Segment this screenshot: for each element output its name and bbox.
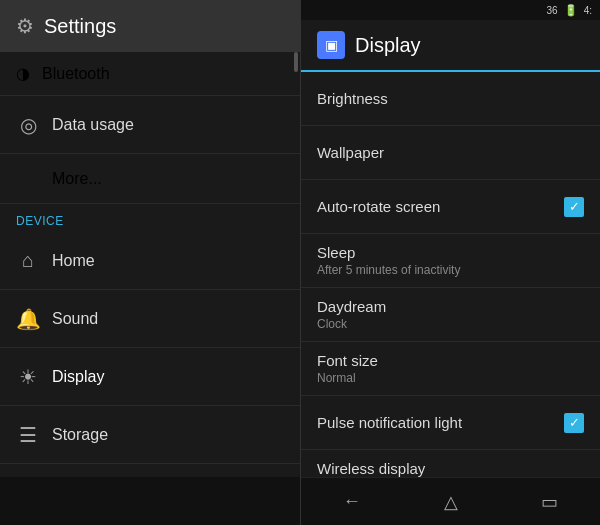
sidebar-item-more-label: More... bbox=[52, 170, 102, 188]
left-header: ⚙ Settings bbox=[0, 0, 300, 52]
storage-icon: ☰ bbox=[16, 423, 40, 447]
status-signal: 36 bbox=[547, 5, 558, 16]
display-item-brightness[interactable]: Brightness bbox=[301, 72, 600, 126]
bottom-nav-bar: ← △ ▭ bbox=[301, 477, 600, 525]
nav-recent-button[interactable]: ▭ bbox=[521, 483, 578, 521]
sleep-sub: After 5 minutes of inactivity bbox=[317, 263, 460, 277]
data-usage-icon: ◎ bbox=[16, 113, 40, 137]
sidebar-item-storage[interactable]: ☰ Storage bbox=[0, 406, 300, 464]
sidebar-item-home-label: Home bbox=[52, 252, 95, 270]
sidebar-item-more[interactable]: More... bbox=[0, 154, 300, 204]
display-header-title: Display bbox=[355, 34, 421, 57]
wallpaper-label: Wallpaper bbox=[317, 144, 384, 161]
sidebar-item-battery[interactable]: 🔋 Battery bbox=[0, 464, 300, 477]
sleep-label: Sleep bbox=[317, 244, 460, 261]
display-item-wireless[interactable]: Wireless display Disabled bbox=[301, 450, 600, 477]
auto-rotate-checkbox[interactable]: ✓ bbox=[564, 197, 584, 217]
font-size-sub: Normal bbox=[317, 371, 378, 385]
brightness-label: Brightness bbox=[317, 90, 388, 107]
section-header-device: DEVICE bbox=[0, 204, 300, 232]
settings-list: ◑ Bluetooth ◎ Data usage More... DEVICE … bbox=[0, 52, 300, 477]
sidebar-item-sound-label: Sound bbox=[52, 310, 98, 328]
sidebar-item-display-label: Display bbox=[52, 368, 104, 386]
bluetooth-icon: ◑ bbox=[16, 64, 30, 83]
display-item-font-size[interactable]: Font size Normal bbox=[301, 342, 600, 396]
sidebar-item-bluetooth-label: Bluetooth bbox=[42, 65, 110, 83]
status-time: 4: bbox=[584, 5, 592, 16]
left-bottom-nav bbox=[0, 477, 300, 525]
scrollbar[interactable] bbox=[294, 52, 298, 72]
daydream-label: Daydream bbox=[317, 298, 386, 315]
home-icon: ⌂ bbox=[16, 249, 40, 272]
pulse-checkbox[interactable]: ✓ bbox=[564, 413, 584, 433]
sidebar-item-bluetooth[interactable]: ◑ Bluetooth bbox=[0, 52, 300, 96]
display-item-auto-rotate[interactable]: Auto-rotate screen ✓ bbox=[301, 180, 600, 234]
display-item-wallpaper[interactable]: Wallpaper bbox=[301, 126, 600, 180]
sidebar-item-data-usage-label: Data usage bbox=[52, 116, 134, 134]
display-icon: ☀ bbox=[16, 365, 40, 389]
sidebar-item-storage-label: Storage bbox=[52, 426, 108, 444]
display-item-pulse[interactable]: Pulse notification light ✓ bbox=[301, 396, 600, 450]
sidebar-item-display[interactable]: ☀ Display bbox=[0, 348, 300, 406]
sidebar-item-sound[interactable]: 🔔 Sound bbox=[0, 290, 300, 348]
display-settings-list: Brightness Wallpaper Auto-rotate screen … bbox=[301, 72, 600, 477]
left-panel: ⚙ Settings ◑ Bluetooth ◎ Data usage More… bbox=[0, 0, 300, 525]
gear-icon: ⚙ bbox=[16, 14, 34, 38]
display-item-sleep[interactable]: Sleep After 5 minutes of inactivity bbox=[301, 234, 600, 288]
font-size-label: Font size bbox=[317, 352, 378, 369]
nav-home-button[interactable]: △ bbox=[424, 483, 478, 521]
daydream-sub: Clock bbox=[317, 317, 386, 331]
nav-back-button[interactable]: ← bbox=[323, 483, 381, 520]
display-header: ▣ Display bbox=[301, 20, 600, 72]
display-header-icon: ▣ bbox=[317, 31, 345, 59]
sidebar-item-data-usage[interactable]: ◎ Data usage bbox=[0, 96, 300, 154]
status-battery-icon: 🔋 bbox=[564, 4, 578, 17]
sound-icon: 🔔 bbox=[16, 307, 40, 331]
sidebar-item-home[interactable]: ⌂ Home bbox=[0, 232, 300, 290]
display-item-daydream[interactable]: Daydream Clock bbox=[301, 288, 600, 342]
auto-rotate-label: Auto-rotate screen bbox=[317, 198, 440, 215]
status-bar: 36 🔋 4: bbox=[301, 0, 600, 20]
wireless-label: Wireless display bbox=[317, 460, 425, 477]
pulse-label: Pulse notification light bbox=[317, 414, 462, 431]
settings-title: Settings bbox=[44, 15, 116, 38]
right-panel: 36 🔋 4: ▣ Display Brightness Wallpaper A… bbox=[300, 0, 600, 525]
